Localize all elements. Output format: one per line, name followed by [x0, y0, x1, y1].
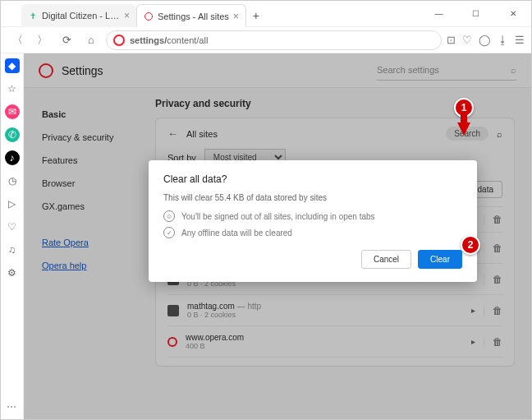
whatsapp-icon[interactable]: ✆ [5, 127, 20, 142]
player-icon[interactable]: ♫ [5, 242, 20, 257]
easy-setup-icon[interactable]: ☰ [515, 34, 525, 46]
dock-more-icon[interactable]: ⋯ [7, 401, 17, 413]
snapshot-icon[interactable]: ⊡ [447, 34, 456, 46]
opera-icon [113, 35, 125, 46]
window-titlebar: ✝ Digital Citizen - Life in a di × Setti… [1, 1, 531, 27]
dialog-message: This will clear 55.4 KB of data stored b… [163, 193, 462, 202]
tab-favicon [144, 12, 154, 21]
home-button[interactable]: ⌂ [81, 30, 101, 50]
url-path: content/all [167, 35, 208, 45]
address-bar: 〈 〉 ⟳ ⌂ settings/content/all ⊡ ♡ ◯ ⭳ ☰ [1, 27, 531, 53]
tab-label: Digital Citizen - Life in a di [42, 11, 120, 21]
speed-dial-icon[interactable]: ◆ [5, 58, 20, 73]
tab-favicon: ✝ [28, 11, 38, 21]
dialog-info-1: You'll be signed out of all sites, inclu… [181, 212, 375, 221]
profile-icon[interactable]: ◯ [479, 34, 491, 46]
settings-shortcut-icon[interactable]: ⚙ [5, 265, 20, 280]
close-icon[interactable]: × [233, 11, 239, 22]
dialog-info-2: Any offline data will be cleared [181, 228, 292, 238]
url-input[interactable]: settings/content/all [106, 30, 442, 50]
annotation-arrow [457, 122, 470, 136]
check-icon: ✓ [163, 227, 175, 238]
heart-icon[interactable]: ♡ [462, 34, 472, 46]
tiktok-icon[interactable]: ♪ [5, 150, 20, 165]
history-icon[interactable]: ◷ [5, 173, 20, 188]
left-dock: ◆ ☆ ✉ ✆ ♪ ◷ ▷ ♡ ♫ ⚙ ⋯ [1, 53, 24, 419]
tab-label: Settings - All sites [158, 12, 229, 21]
minimize-button[interactable]: — [420, 1, 457, 27]
browser-tab-1[interactable]: Settings - All sites × [136, 4, 246, 27]
pinboards-icon[interactable]: ♡ [5, 219, 20, 234]
maximize-button[interactable]: ☐ [457, 1, 494, 27]
bookmarks-icon[interactable]: ☆ [5, 81, 20, 96]
person-icon: ☺ [163, 210, 175, 222]
url-prefix: settings/ [130, 35, 167, 45]
send-icon[interactable]: ▷ [5, 196, 20, 211]
downloads-icon[interactable]: ⭳ [498, 34, 508, 46]
dialog-title: Clear all data? [163, 173, 462, 185]
annotation-2: 2 [461, 235, 480, 255]
close-window-button[interactable]: ✕ [494, 1, 531, 27]
close-icon[interactable]: × [124, 10, 130, 21]
clear-data-dialog: Clear all data? This will clear 55.4 KB … [149, 160, 477, 282]
tab-strip: ✝ Digital Citizen - Life in a di × Setti… [21, 4, 266, 27]
messenger-icon[interactable]: ✉ [5, 104, 20, 119]
clear-button[interactable]: Clear [418, 250, 462, 269]
cancel-button[interactable]: Cancel [361, 250, 411, 269]
reload-button[interactable]: ⟳ [57, 30, 76, 50]
nav-back-button[interactable]: 〈 [7, 30, 27, 50]
browser-tab-0[interactable]: ✝ Digital Citizen - Life in a di × [21, 4, 136, 27]
nav-forward-button[interactable]: 〉 [32, 30, 52, 50]
new-tab-button[interactable]: + [246, 9, 266, 22]
